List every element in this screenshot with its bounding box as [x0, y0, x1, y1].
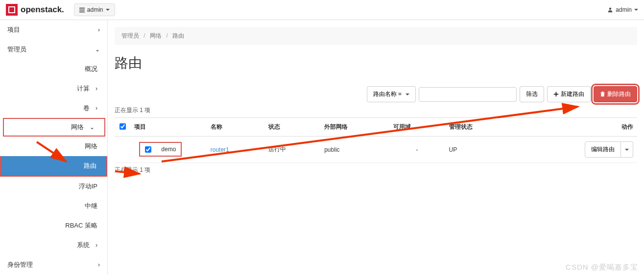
project-highlight-box: demo: [139, 142, 182, 157]
svg-rect-1: [79, 9, 85, 10]
routers-table: 项目 名称 状态 外部网络 可用域 管理状态 动作 demo: [115, 117, 637, 163]
col-actions: 动作: [514, 118, 637, 137]
svg-rect-7: [601, 92, 605, 93]
svg-rect-2: [79, 11, 85, 12]
breadcrumb-item[interactable]: 管理员: [121, 32, 139, 39]
breadcrumb-sep: /: [143, 32, 145, 39]
edit-router-button[interactable]: 编辑路由: [585, 141, 621, 158]
sidebar-item-network-sub[interactable]: 网络: [0, 137, 107, 156]
sidebar-item-overview[interactable]: 概况: [0, 59, 107, 79]
col-name[interactable]: 名称: [207, 118, 264, 137]
user-icon: [607, 7, 613, 13]
sidebar-label: 计算: [44, 84, 90, 93]
svg-point-3: [609, 8, 612, 10]
sidebar-item-admin[interactable]: 管理员 ⌄: [0, 40, 107, 59]
sidebar-item-identity[interactable]: 身份管理 ›: [0, 255, 107, 275]
caret-down-icon: [106, 9, 110, 11]
search-input[interactable]: [419, 87, 517, 102]
sidebar-item-network[interactable]: 网络 ⌄: [3, 118, 105, 137]
cell-project: demo: [161, 146, 176, 153]
svg-rect-8: [602, 92, 603, 92]
row-actions-dropdown[interactable]: [621, 141, 633, 158]
col-status[interactable]: 状态: [264, 118, 320, 137]
sidebar-label: 项目: [7, 25, 20, 34]
sidebar-label: 概况: [85, 65, 97, 73]
cell-az: -: [389, 137, 445, 163]
count-bottom: 正在显示 1 项: [115, 166, 637, 174]
sidebar-item-system[interactable]: 系统 ›: [0, 235, 107, 255]
main-content: 管理员 / 网络 / 路由 路由 路由名称 = 筛选 新建路由 删除路由 正在显…: [108, 20, 644, 275]
watermark: CSDN @爱喝嘉多宝: [566, 263, 638, 272]
chevron-right-icon: ›: [95, 242, 97, 249]
breadcrumb: 管理员 / 网络 / 路由: [115, 27, 637, 45]
create-router-button[interactable]: 新建路由: [547, 86, 591, 102]
select-all-checkbox[interactable]: [119, 123, 126, 130]
sidebar-label: 身份管理: [7, 260, 33, 269]
domain-label: admin: [87, 6, 103, 13]
trash-icon: [600, 92, 605, 97]
sidebar-label: 卷: [44, 104, 90, 113]
sidebar-label: 浮动IP: [79, 182, 97, 191]
filter-button[interactable]: 筛选: [520, 86, 544, 102]
sidebar-item-compute[interactable]: 计算 ›: [0, 79, 107, 98]
cell-ext-net: public: [320, 137, 389, 163]
sidebar: 项目 › 管理员 ⌄ 概况 计算 › 卷 › 网络 ⌄ 网络 路由 浮动IP: [0, 20, 108, 275]
user-label: admin: [616, 6, 632, 13]
delete-label: 删除路由: [607, 90, 631, 98]
sidebar-item-floating-ip[interactable]: 浮动IP: [0, 177, 107, 196]
sidebar-label: RBAC 策略: [65, 221, 97, 230]
sidebar-label: 管理员: [7, 45, 26, 54]
plus-icon: [553, 92, 559, 97]
cell-status: 运行中: [264, 137, 320, 163]
sidebar-item-router[interactable]: 路由: [0, 156, 107, 177]
user-menu[interactable]: admin: [607, 6, 638, 13]
chevron-right-icon: ›: [95, 105, 97, 112]
chevron-right-icon: ›: [98, 26, 100, 33]
row-checkbox[interactable]: [145, 146, 151, 153]
caret-down-icon: [634, 9, 638, 11]
breadcrumb-sep: /: [166, 32, 167, 39]
bars-icon: [79, 7, 85, 13]
row-actions: 编辑路由: [585, 141, 633, 158]
sidebar-label: 网络: [85, 142, 97, 151]
table-row: demo router1 运行中 public - UP 编辑路由: [115, 137, 637, 163]
header-checkbox-cell: [115, 118, 130, 137]
sidebar-label: 系统: [44, 241, 90, 250]
chevron-right-icon: ›: [98, 261, 100, 268]
delete-router-button[interactable]: 删除路由: [594, 86, 637, 102]
sidebar-item-relay[interactable]: 中继: [0, 196, 107, 216]
chevron-right-icon: ›: [95, 85, 97, 92]
cell-admin-state: UP: [445, 137, 514, 163]
col-project[interactable]: 项目: [130, 118, 207, 137]
count-top: 正在显示 1 项: [115, 106, 637, 115]
svg-rect-0: [79, 7, 85, 8]
breadcrumb-item[interactable]: 网络: [150, 32, 162, 39]
table-header-row: 项目 名称 状态 外部网络 可用域 管理状态 动作: [115, 118, 637, 137]
create-label: 新建路由: [561, 90, 584, 98]
sidebar-label: 中继: [85, 202, 97, 210]
brand-text: openstack.: [21, 5, 64, 15]
toolbar: 路由名称 = 筛选 新建路由 删除路由: [115, 86, 637, 102]
openstack-logo-icon: [6, 4, 18, 16]
topbar: openstack. admin admin: [0, 0, 644, 20]
chevron-down-icon: ⌄: [95, 46, 100, 53]
sidebar-item-rbac[interactable]: RBAC 策略: [0, 216, 107, 235]
page-title: 路由: [115, 54, 637, 72]
svg-rect-5: [554, 94, 558, 95]
sidebar-label: 路由: [84, 161, 96, 170]
col-ext-net[interactable]: 外部网络: [320, 118, 389, 137]
domain-selector[interactable]: admin: [74, 3, 115, 16]
breadcrumb-item: 路由: [172, 32, 184, 39]
svg-rect-6: [601, 93, 604, 96]
col-az[interactable]: 可用域: [389, 118, 445, 137]
col-admin-state[interactable]: 管理状态: [445, 118, 514, 137]
sidebar-label: 网络: [48, 123, 84, 132]
caret-down-icon: [625, 149, 629, 151]
filter-type-dropdown[interactable]: 路由名称 =: [367, 86, 416, 102]
chevron-down-icon: ⌄: [90, 124, 95, 131]
sidebar-item-project[interactable]: 项目 ›: [0, 20, 107, 40]
sidebar-item-volume[interactable]: 卷 ›: [0, 98, 107, 118]
router-name-link[interactable]: router1: [211, 146, 229, 153]
